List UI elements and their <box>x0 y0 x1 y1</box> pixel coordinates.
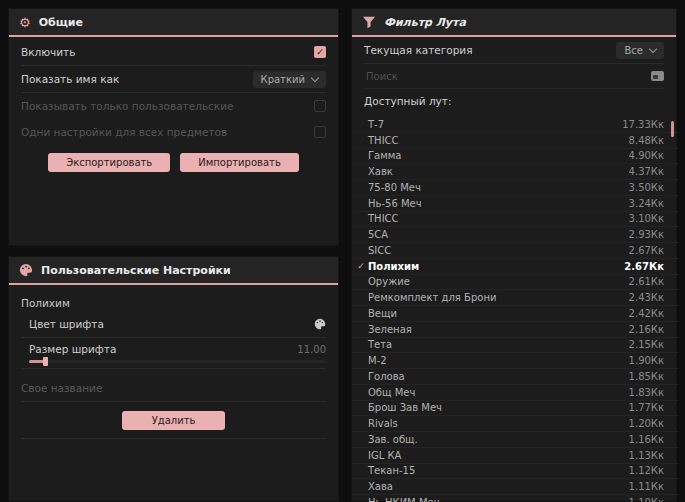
loot-item[interactable]: Оружие2.61Кк <box>352 275 678 291</box>
loot-item-value: 17.33Кк <box>622 119 664 130</box>
general-title: Общие <box>39 16 83 29</box>
delete-button[interactable]: Удалить <box>122 411 226 430</box>
loot-item-name: Текан-15 <box>368 465 415 476</box>
loot-item[interactable]: Гамма4.90Кк <box>352 149 678 165</box>
loot-item[interactable]: Общ Меч1.83Кк <box>352 385 678 401</box>
loot-item-value: 1.11Кк <box>629 481 664 492</box>
loot-item[interactable]: Нь-56 Меч3.24Кк <box>352 196 678 212</box>
font-size-label: Размер шрифта <box>29 343 116 355</box>
loot-item[interactable]: Брош Зав Меч1.77Кк <box>352 401 678 417</box>
loot-item-name: М-2 <box>368 355 387 366</box>
loot-item-value: 2.16Кк <box>629 324 664 335</box>
general-header: ⚙ Общие <box>9 9 338 37</box>
divider <box>21 438 326 439</box>
loot-item[interactable]: Хава1.11Кк <box>352 479 678 495</box>
display-name-row: Показать имя как Краткий <box>21 66 326 93</box>
selected-item-name: Полихим <box>21 297 326 309</box>
category-label: Текущая категория <box>364 44 473 56</box>
loot-list: Т-717.33КкTHICC8.48КкГамма4.90КкХавк4.37… <box>352 117 678 502</box>
color-picker-icon[interactable] <box>314 318 326 330</box>
loot-filter-title: Фильтр Лута <box>384 16 466 29</box>
font-size-slider[interactable] <box>29 360 326 363</box>
font-color-row: Цвет шрифта <box>21 311 326 338</box>
loot-item-value: 1.10Кк <box>629 497 664 502</box>
same-settings-row: Одни настройки для всех предметов <box>21 119 326 145</box>
chevron-down-icon <box>311 73 319 81</box>
delete-row: Удалить <box>21 411 326 430</box>
display-name-dropdown[interactable]: Краткий <box>253 71 326 88</box>
loot-item[interactable]: Rivals1.20Кк <box>352 416 678 432</box>
loot-item-name: 75-80 Меч <box>368 182 421 193</box>
loot-item-name: Брош Зав Меч <box>368 402 442 413</box>
custom-settings-rows: Полихим Цвет шрифта Размер шрифта 11.00 <box>9 285 338 439</box>
loot-item-name: THICC <box>368 213 399 224</box>
loot-item-name: Т-7 <box>368 119 384 130</box>
loot-item[interactable]: THICC3.10Кк <box>352 212 678 228</box>
loot-item-value: 3.50Кк <box>629 182 664 193</box>
loot-item[interactable]: Вещи2.42Кк <box>352 306 678 322</box>
loot-item-value: 1.83Кк <box>629 387 664 398</box>
loot-item-value: 2.61Кк <box>629 276 664 287</box>
loot-item-name: Хавк <box>368 166 393 177</box>
panel-loot-filter: Фильтр Лута Текущая категория Все Доступ… <box>351 8 677 502</box>
loot-item-name: Голова <box>368 371 405 382</box>
import-button[interactable]: Импортировать <box>180 153 299 172</box>
loot-item-name: 5СА <box>368 229 388 240</box>
loot-item[interactable]: Зав. общ.1.16Кк <box>352 432 678 448</box>
loot-item-name: Вещи <box>368 308 397 319</box>
custom-name-row <box>21 375 326 402</box>
gear-icon: ⚙ <box>19 16 31 29</box>
same-settings-checkbox[interactable] <box>314 126 326 138</box>
search-input[interactable] <box>364 70 651 83</box>
loot-item[interactable]: 75-80 Меч3.50Кк <box>352 180 678 196</box>
font-size-slider-row <box>21 354 326 369</box>
search-options-icon[interactable] <box>651 71 664 81</box>
loot-item[interactable]: Тета2.15Кк <box>352 338 678 354</box>
loot-item-value: 1.16Кк <box>629 434 664 445</box>
chevron-down-icon <box>649 44 657 52</box>
only-custom-checkbox[interactable] <box>314 100 326 112</box>
loot-item[interactable]: Т-717.33Кк <box>352 117 678 133</box>
loot-item[interactable]: Хавк4.37Кк <box>352 164 678 180</box>
export-button[interactable]: Экспортировать <box>48 153 170 172</box>
loot-item-name: Тета <box>368 339 392 350</box>
same-settings-label: Одни настройки для всех предметов <box>21 126 227 138</box>
enable-label: Включить <box>21 46 75 58</box>
custom-settings-header: Пользовательские Настройки <box>9 257 338 285</box>
loot-item[interactable]: Нь-НКИМ Меч1.10Кк <box>352 495 678 502</box>
loot-item-name: Полихим <box>368 261 419 272</box>
panel-custom-settings: Пользовательские Настройки Полихим Цвет … <box>8 256 339 502</box>
loot-item-name: THICC <box>368 135 399 146</box>
loot-item[interactable]: 5СА2.93Кк <box>352 227 678 243</box>
loot-item[interactable]: THICC8.48Кк <box>352 133 678 149</box>
custom-name-input[interactable] <box>21 382 326 394</box>
loot-item[interactable]: IGL КА1.13Кк <box>352 448 678 464</box>
loot-item[interactable]: М-21.90Кк <box>352 353 678 369</box>
loot-item[interactable]: Ремкомплект для Брони2.43Кк <box>352 290 678 306</box>
category-dropdown[interactable]: Все <box>616 42 664 59</box>
loot-item-name: IGL КА <box>368 450 401 461</box>
display-name-value: Краткий <box>261 74 305 85</box>
funnel-icon <box>362 16 376 29</box>
loot-item[interactable]: Текан-151.12Кк <box>352 464 678 480</box>
slider-thumb[interactable] <box>43 357 48 366</box>
loot-item-name: SICC <box>368 245 391 256</box>
loot-item-name: Ремкомплект для Брони <box>368 292 496 303</box>
loot-item[interactable]: Голова1.85Кк <box>352 369 678 385</box>
panel-general: ⚙ Общие Включить ✓ Показать имя как Крат… <box>8 8 339 246</box>
check-icon: ✓ <box>356 261 366 271</box>
loot-item-value: 2.43Кк <box>629 292 664 303</box>
search-row <box>364 64 664 89</box>
general-rows: Включить ✓ Показать имя как Краткий Пока… <box>9 37 338 172</box>
loot-item[interactable]: Зеленая2.16Кк <box>352 322 678 338</box>
loot-item-value: 1.13Кк <box>629 450 664 461</box>
loot-item-value: 2.93Кк <box>629 229 664 240</box>
loot-item[interactable]: ✓Полихим2.67Кк <box>352 259 678 275</box>
loot-item-value: 1.90Кк <box>629 355 664 366</box>
loot-item[interactable]: SICC2.67Кк <box>352 243 678 259</box>
loot-item-value: 3.10Кк <box>629 213 664 224</box>
scrollbar-thumb[interactable] <box>671 121 674 137</box>
loot-item-value: 1.85Кк <box>629 371 664 382</box>
enable-checkbox[interactable]: ✓ <box>314 46 326 58</box>
loot-item-name: Хава <box>368 481 393 492</box>
